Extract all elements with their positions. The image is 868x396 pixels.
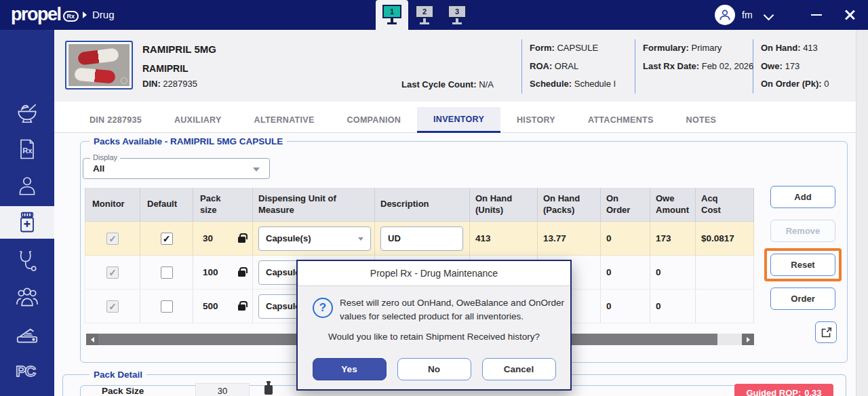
cancel-button[interactable]: Cancel	[482, 358, 556, 380]
external-link-icon	[821, 327, 832, 338]
close-icon[interactable]	[844, 9, 856, 21]
monitor-icon: 2	[415, 5, 434, 25]
display-value: All	[93, 163, 104, 174]
remove-button[interactable]: Remove	[770, 220, 835, 242]
last-rx-date-field: Last Rx Date: Feb 02, 2026	[643, 61, 753, 71]
breadcrumb: Drug	[92, 9, 115, 20]
default-checkbox[interactable]	[161, 300, 173, 313]
on-hand-field: On Hand: 413	[761, 43, 818, 53]
open-external-button[interactable]	[815, 321, 837, 343]
capsule-image	[74, 67, 115, 83]
tab-companion[interactable]: COMPANION	[331, 107, 418, 133]
user-avatar[interactable]	[715, 5, 735, 25]
logo-rx-badge: Rx	[63, 11, 79, 22]
display-select[interactable]: Display All	[83, 158, 270, 179]
drug-generic-name: RAMIPRIL	[142, 63, 189, 74]
tab-attachments[interactable]: ATTACHMENTS	[572, 107, 670, 133]
tab-auxiliary[interactable]: AUXILIARY	[158, 107, 238, 133]
pack-size-value[interactable]: 30	[195, 383, 250, 396]
default-checkbox[interactable]	[161, 266, 173, 279]
formulary-field: Formulary: Primary	[643, 43, 722, 53]
scroll-right-arrow[interactable]	[742, 334, 754, 345]
svg-text:Rx: Rx	[22, 146, 33, 155]
sidebar-item-mortar-pestle[interactable]	[0, 96, 54, 129]
titlebar: propel Rx Drug 1 2 3	[0, 0, 868, 30]
guided-rop-badge: Guided ROP: 0.33	[734, 384, 833, 396]
sidebar-item-doctor[interactable]	[0, 244, 54, 277]
minimize-icon[interactable]	[811, 14, 822, 16]
monitor-icon: 3	[448, 5, 467, 25]
on-order-field: On Order (Pk): 0	[761, 79, 829, 89]
sidebar-item-prescriptions[interactable]: Rx	[0, 133, 54, 165]
sidebar-item-scanner[interactable]	[0, 317, 54, 350]
person-icon	[15, 174, 39, 198]
drug-image[interactable]	[65, 41, 133, 90]
owe-field: Owe: 173	[761, 61, 800, 71]
add-button[interactable]: Add	[770, 186, 835, 208]
people-group-icon	[14, 284, 40, 310]
drug-name: RAMIPRIL 5MG	[142, 43, 216, 55]
dialog-title: Propel Rx - Drug Maintenance	[298, 261, 570, 286]
schedule-field: Schedule: Schedule I	[530, 79, 616, 89]
last-cycle-count-field: Last Cycle Count: N/A	[401, 79, 494, 90]
tab-alternative[interactable]: ALTERNATIVE	[238, 107, 331, 133]
username-label: fm	[742, 9, 753, 20]
tab-history[interactable]: HISTORY	[500, 107, 572, 133]
default-checkbox[interactable]	[161, 233, 173, 245]
form-field: Form: CAPSULE	[530, 43, 598, 53]
monitor-tab-2[interactable]: 2	[408, 0, 441, 30]
logo-text: propel	[11, 5, 61, 24]
reset-button[interactable]: Reset	[770, 254, 835, 276]
capsule-image	[77, 47, 119, 65]
person-icon	[718, 8, 732, 22]
monitor-checkbox[interactable]	[106, 266, 119, 279]
scroll-left-arrow[interactable]	[86, 334, 98, 345]
app-window: propel Rx Drug 1 2 3	[0, 0, 868, 396]
din-field: DIN: 2287935	[142, 79, 197, 89]
table-row[interactable]: 30 Capsule(s) 413 13.77 0 173 $0.0817	[85, 222, 754, 256]
lock-icon	[238, 271, 245, 277]
table-header-row: Monitor Default Pack size Dispensing Uni…	[85, 188, 754, 222]
reset-confirmation-dialog: Propel Rx - Drug Maintenance Reset will …	[296, 260, 572, 391]
bottle-icon	[263, 381, 274, 396]
mortar-pestle-icon	[14, 100, 40, 125]
lock-icon	[238, 237, 245, 243]
display-label: Display	[90, 153, 120, 161]
tab-din[interactable]: DIN 2287935	[73, 107, 158, 133]
monitor-tab-3[interactable]: 3	[441, 0, 473, 30]
no-button[interactable]: No	[397, 358, 471, 380]
chevron-down-icon[interactable]	[765, 12, 773, 20]
uom-select[interactable]: Capsule(s)	[258, 226, 371, 251]
pack-detail-legend: Pack Detail	[90, 370, 146, 380]
monitor-icon: 1	[382, 5, 401, 25]
vertical-scrollbar[interactable]	[856, 30, 868, 396]
pc-logo-icon: PC	[14, 357, 41, 384]
sidebar-item-drug[interactable]	[0, 206, 54, 239]
camera-icon	[121, 77, 127, 84]
breadcrumb-chevron-icon	[83, 12, 87, 18]
chevron-down-icon	[358, 237, 363, 241]
tab-notes[interactable]: NOTES	[670, 107, 733, 133]
monitor-checkbox[interactable]	[106, 233, 119, 245]
order-button[interactable]: Order	[770, 288, 835, 310]
svg-text:PC: PC	[16, 363, 35, 380]
rx-document-icon: Rx	[15, 137, 39, 161]
dialog-question: Would you like to retain Shipment Receiv…	[298, 332, 570, 342]
sidebar-item-pharmaclik[interactable]: PC	[0, 354, 54, 387]
stethoscope-icon	[15, 248, 39, 273]
monitor-tab-1[interactable]: 1	[376, 0, 408, 30]
sidebar-item-patient[interactable]	[0, 170, 54, 202]
pill-bottle-icon	[15, 210, 39, 235]
chevron-down-icon	[253, 167, 260, 172]
sidebar-item-groups[interactable]	[0, 281, 54, 313]
description-input[interactable]	[380, 226, 463, 251]
tab-inventory[interactable]: INVENTORY	[417, 107, 500, 133]
divider	[521, 39, 522, 94]
sidebar: Rx	[0, 30, 54, 396]
divider	[635, 39, 635, 94]
question-icon	[313, 298, 333, 318]
dialog-message: Reset will zero out OnHand, OweBalance a…	[340, 296, 569, 324]
tab-bar: DIN 2287935 AUXILIARY ALTERNATIVE COMPAN…	[54, 102, 856, 133]
monitor-checkbox[interactable]	[106, 300, 119, 313]
yes-button[interactable]: Yes	[313, 358, 387, 380]
